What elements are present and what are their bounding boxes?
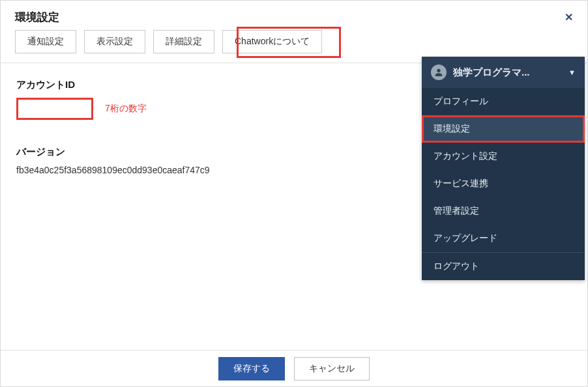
menu-item-account[interactable]: アカウント設定 (422, 143, 585, 170)
cancel-button[interactable]: キャンセル (294, 357, 370, 380)
tab-detail[interactable]: 詳細設定 (153, 30, 214, 53)
menu-item-services[interactable]: サービス連携 (422, 170, 585, 197)
tab-notify[interactable]: 通知設定 (15, 30, 76, 53)
menu-item-settings[interactable]: 環境設定 (422, 115, 585, 143)
annotation-highlight-account-id (16, 98, 93, 120)
tab-display[interactable]: 表示設定 (84, 30, 145, 53)
tab-about[interactable]: Chatworkについて (222, 30, 322, 53)
save-button[interactable]: 保存する (218, 357, 285, 380)
settings-dialog: 環境設定 ✕ 通知設定 表示設定 詳細設定 Chatworkについて アカウント… (0, 0, 588, 387)
svg-point-0 (437, 69, 440, 72)
account-id-hint: 7桁の数字 (105, 103, 147, 115)
close-icon[interactable]: ✕ (565, 11, 573, 23)
user-menu-username: 独学プログラマ... (453, 66, 562, 79)
menu-item-upgrade[interactable]: アップグレード (422, 225, 585, 252)
dialog-footer: 保存する キャンセル (1, 350, 587, 386)
chevron-down-icon: ▼ (568, 68, 576, 76)
menu-item-profile[interactable]: プロフィール (422, 88, 585, 115)
menu-item-logout[interactable]: ログアウト (422, 253, 585, 280)
menu-item-admin[interactable]: 管理者設定 (422, 197, 585, 225)
user-menu-header[interactable]: 独学プログラマ... ▼ (422, 57, 585, 88)
dialog-header: 環境設定 ✕ (1, 1, 587, 30)
dialog-title: 環境設定 (15, 10, 59, 25)
avatar-icon (431, 64, 447, 80)
user-menu: 独学プログラマ... ▼ プロフィール 環境設定 アカウント設定 サービス連携 … (422, 57, 585, 280)
